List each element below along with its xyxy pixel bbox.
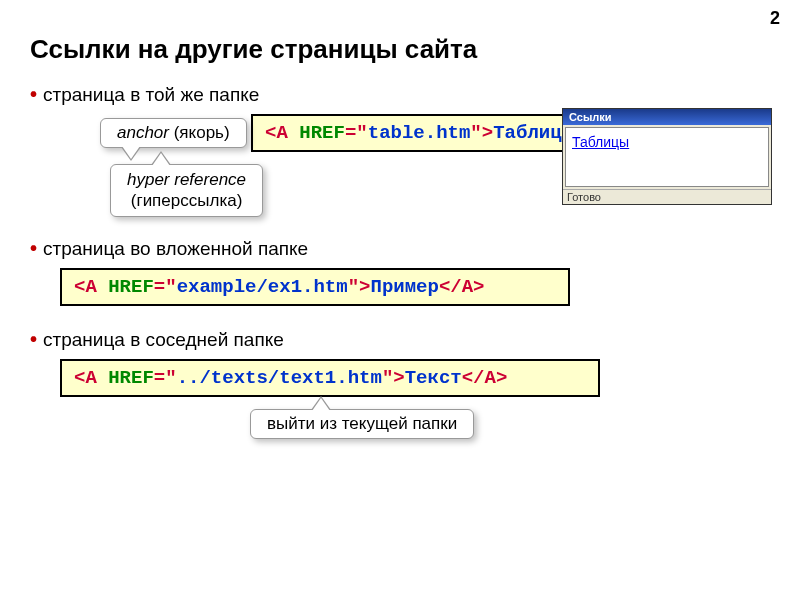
section-2: •страница во вложенной папке	[30, 237, 770, 260]
callout-anchor-translation: (якорь)	[169, 123, 230, 142]
bullet-icon: •	[30, 237, 37, 259]
code-punct: ">	[348, 276, 371, 298]
code-href-value: ../texts/text1.htm	[177, 367, 382, 389]
bullet-icon: •	[30, 83, 37, 105]
section-1: •страница в той же папке	[30, 83, 770, 106]
code-attr: HREF	[288, 122, 345, 144]
arrow-up-icon	[151, 151, 171, 165]
bullet-icon: •	[30, 328, 37, 350]
callout-exit-folder: выйти из текущей папки	[250, 409, 474, 439]
code-href-value: table.htm	[368, 122, 471, 144]
code-punct: ="	[154, 276, 177, 298]
code-example-3: <A HREF="../texts/text1.htm">Текст</A>	[60, 359, 600, 397]
callout-hyperref: hyper reference (гиперссылка)	[110, 164, 263, 217]
arrow-up-icon	[311, 396, 331, 410]
code-punct: ="	[154, 367, 177, 389]
code-href-value: example/ex1.htm	[177, 276, 348, 298]
code-tag-open: <A	[74, 276, 97, 298]
section-3-text: страница в соседней папке	[43, 329, 284, 350]
callout-anchor-term: anchor	[117, 123, 169, 142]
callout-anchor: anchor (якорь)	[100, 118, 247, 148]
arrow-down-icon	[121, 147, 141, 161]
code-tag-open: <A	[265, 122, 288, 144]
window-titlebar: Ссылки	[563, 109, 771, 125]
code-punct: ="	[345, 122, 368, 144]
code-tag-open: <A	[74, 367, 97, 389]
code-tag-close: </A>	[439, 276, 485, 298]
code-link-text: Пример	[370, 276, 438, 298]
code-tag-close: </A>	[462, 367, 508, 389]
callout-hyperref-term: hyper reference	[127, 169, 246, 190]
code-punct: ">	[382, 367, 405, 389]
code-attr: HREF	[97, 276, 154, 298]
window-statusbar: Готово	[563, 189, 771, 204]
code-link-text: Текст	[405, 367, 462, 389]
browser-window: Ссылки Таблицы Готово	[562, 108, 772, 205]
page-title: Ссылки на другие страницы сайта	[30, 34, 770, 65]
window-content: Таблицы	[565, 127, 769, 187]
section-2-text: страница во вложенной папке	[43, 238, 308, 259]
page-number: 2	[770, 8, 780, 29]
callout-exit-text: выйти из текущей папки	[267, 414, 457, 433]
section-3: •страница в соседней папке	[30, 328, 770, 351]
callout-hyperref-translation: (гиперссылка)	[127, 190, 246, 211]
code-example-2: <A HREF="example/ex1.htm">Пример</A>	[60, 268, 570, 306]
section-1-text: страница в той же папке	[43, 84, 259, 105]
code-punct: ">	[470, 122, 493, 144]
window-link[interactable]: Таблицы	[572, 134, 629, 150]
code-attr: HREF	[97, 367, 154, 389]
